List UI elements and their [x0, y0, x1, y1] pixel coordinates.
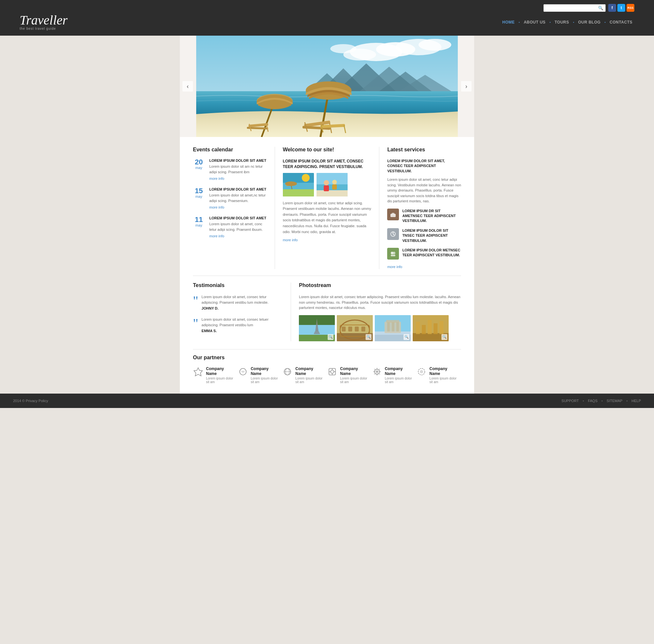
- footer-link-support[interactable]: SUPPORT: [561, 399, 579, 403]
- testimonial-text-1: Lorem ipsum dolor sit amet, consec tetur…: [201, 294, 283, 305]
- event-day-3: 11: [193, 216, 205, 223]
- partner-info-1: Company Name Lorem ipsum dolor sit am: [206, 366, 234, 384]
- event-item: 20 may LOREM IPSUM DOLOR SIT AMET Lorem …: [193, 159, 267, 181]
- photo-zoom-2[interactable]: 🔍: [366, 334, 371, 340]
- event-text-2: Lorem ipsum dolor sit amet,nc tetur adip…: [209, 192, 267, 203]
- search-input[interactable]: [546, 5, 598, 10]
- footer: 2014 © Privacy Policy SUPPORT • FAQS • S…: [0, 394, 654, 408]
- welcome-body: Lorem ipsum dolor sit amet, conc tetur a…: [283, 200, 371, 235]
- event-month-2: may: [193, 194, 205, 199]
- hero-slider: [196, 36, 458, 137]
- logo-area: Traveller the best travel guide: [20, 14, 68, 30]
- twitter-icon[interactable]: t: [617, 4, 625, 12]
- nav-blog[interactable]: OUR BLOG: [576, 19, 603, 26]
- nav-home[interactable]: HOME: [500, 19, 517, 26]
- service-icon-1: [387, 209, 399, 220]
- event-more-info-3[interactable]: more info: [209, 234, 224, 238]
- services-body: Lorem ipsum dolor sit amet, conc tetur a…: [387, 177, 461, 204]
- svg-rect-39: [317, 184, 347, 190]
- footer-sep-1: •: [583, 399, 584, 403]
- welcome-image-couple: [317, 173, 347, 197]
- event-text-1: Lorem ipsum dolor sit am nc tetur adipi …: [209, 164, 267, 175]
- svg-rect-73: [396, 322, 399, 331]
- nav-dot-1: ●: [519, 21, 520, 23]
- svg-rect-79: [434, 323, 437, 334]
- partner-item-3: Company Name Lorem ipsum dolor sit am: [282, 366, 327, 384]
- service-item-2: LOREM IPSUM DOLOR SIT TNSEC TEER ADIPISC…: [387, 228, 461, 243]
- svg-rect-70: [386, 320, 399, 323]
- nav-about[interactable]: ABOUT US: [522, 19, 548, 26]
- nav-tours[interactable]: TOURS: [552, 19, 571, 26]
- photo-zoom-3[interactable]: 🔍: [404, 334, 409, 340]
- photo-thumb-3[interactable]: 🔍: [375, 315, 411, 341]
- service-item-3: LOREM IPSUM DOLOR METNSEC TEER ADIPISCEN…: [387, 248, 461, 259]
- svg-point-42: [332, 180, 337, 184]
- svg-rect-38: [317, 189, 347, 197]
- main-nav: HOME ● ABOUT US ● TOURS ● OUR BLOG ● CON…: [500, 19, 634, 26]
- events-column: Events calendar 20 may LOREM IPSUM DOLOR…: [193, 147, 275, 269]
- services-more-info[interactable]: more info: [387, 265, 402, 269]
- photo-thumb-2[interactable]: 🔍: [337, 315, 373, 341]
- footer-link-help[interactable]: HELP: [631, 399, 641, 403]
- svg-rect-45: [392, 213, 394, 214]
- photo-zoom-1[interactable]: 🔍: [328, 334, 334, 340]
- photo-thumb-1[interactable]: 🔍: [299, 315, 335, 341]
- footer-sep-2: •: [601, 399, 603, 403]
- svg-rect-64: [355, 327, 359, 331]
- svg-rect-63: [348, 327, 352, 331]
- svg-rect-77: [422, 325, 426, 334]
- event-title-3: LOREM IPSUM DOLOR SIT AMET: [209, 216, 267, 220]
- footer-copyright: 2014 © Privacy Policy: [13, 399, 48, 403]
- partner-name-2: Company Name: [251, 366, 279, 376]
- footer-link-sitemap[interactable]: SITEMAP: [607, 399, 622, 403]
- partners-title: Our partners: [193, 355, 461, 361]
- two-columns: Testimonials " Lorem ipsum dolor sit ame…: [193, 282, 461, 341]
- photo-zoom-4[interactable]: 🔍: [442, 334, 447, 340]
- service-icon-2: [387, 228, 399, 240]
- slider-section: ‹: [180, 36, 474, 137]
- welcome-more-info[interactable]: more info: [283, 238, 298, 242]
- partner-icon-3: [282, 366, 293, 377]
- partner-name-5: Company Name: [385, 366, 413, 376]
- header-main: Traveller the best travel guide HOME ● A…: [20, 14, 634, 36]
- service-icon-3: [387, 248, 399, 259]
- partner-info-5: Company Name Lorem ipsum dolor sit am: [385, 366, 413, 384]
- photo-thumb-4[interactable]: 🔍: [413, 315, 449, 341]
- service-text-2: LOREM IPSUM DOLOR SIT TNSEC TEER ADIPISC…: [402, 228, 461, 243]
- facebook-icon[interactable]: f: [608, 4, 616, 12]
- search-bar[interactable]: 🔍: [543, 4, 606, 12]
- partner-desc-1: Lorem ipsum dolor sit am: [206, 376, 234, 384]
- partner-info-6: Company Name Lorem ipsum dolor sit am: [429, 366, 458, 384]
- footer-link-faqs[interactable]: FAQS: [588, 399, 597, 403]
- partner-desc-4: Lorem ipsum dolor sit am: [340, 376, 368, 384]
- partner-item-6: Company Name Lorem ipsum dolor sit am: [416, 366, 461, 384]
- footer-sep-3: •: [626, 399, 628, 403]
- search-button[interactable]: 🔍: [598, 5, 603, 10]
- svg-rect-65: [361, 327, 365, 331]
- svg-rect-62: [342, 327, 346, 331]
- services-column: Latest services LOREM IPSUM DOLOR SIT AM…: [379, 147, 461, 269]
- main-wrapper: ‹: [180, 36, 474, 394]
- testimonial-item-1: " Lorem ipsum dolor sit amet, consec tet…: [193, 294, 283, 310]
- nav-contacts[interactable]: CONTACTS: [608, 19, 634, 26]
- svg-line-48: [393, 234, 394, 235]
- content-area: Events calendar 20 may LOREM IPSUM DOLOR…: [180, 137, 474, 394]
- rss-icon[interactable]: RSS: [627, 4, 634, 12]
- testimonials-column: Testimonials " Lorem ipsum dolor sit ame…: [193, 282, 291, 341]
- beach-scene: [196, 36, 458, 137]
- testimonial-text-2: Lorem ipsum dolor sit amet, consec tetue…: [201, 317, 283, 327]
- event-more-info-2[interactable]: more info: [209, 205, 224, 209]
- testimonials-title: Testimonials: [193, 282, 283, 288]
- svg-point-98: [420, 370, 423, 373]
- event-content-2: LOREM IPSUM DOLOR SIT AMET Lorem ipsum d…: [209, 187, 267, 210]
- slider-prev-button[interactable]: ‹: [182, 81, 193, 92]
- slider-next-button[interactable]: ›: [461, 81, 472, 92]
- partner-item-4: Company Name Lorem ipsum dolor sit am: [327, 366, 372, 384]
- svg-rect-80: [439, 321, 444, 334]
- partner-desc-5: Lorem ipsum dolor sit am: [385, 376, 413, 384]
- photostream-title: Photostream: [299, 282, 461, 288]
- partner-icon-2: [238, 366, 248, 377]
- event-more-info-1[interactable]: more info: [209, 177, 224, 181]
- quote-mark-2: ": [193, 318, 198, 333]
- event-day-2: 15: [193, 187, 205, 194]
